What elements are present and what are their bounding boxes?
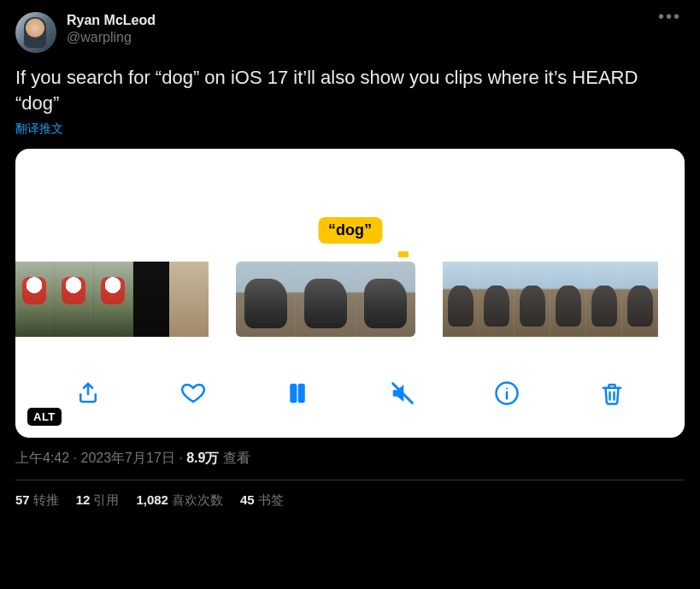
video-filmstrip[interactable] [15,262,685,337]
clip-group[interactable] [443,262,658,337]
clip-frame [94,262,133,337]
heart-icon [180,380,206,406]
clip-frame [479,262,515,337]
clip-gap [415,262,443,337]
tweet-time: 上午4:42 [15,451,69,465]
retweets-stat[interactable]: 57转推 [15,492,59,509]
avatar[interactable] [15,12,56,53]
pause-button[interactable] [282,378,313,409]
clip-frame [622,262,658,337]
pause-icon [285,380,310,406]
user-block[interactable]: Ryan McLeod @warpling [67,12,655,46]
info-button[interactable] [491,378,522,409]
display-name: Ryan McLeod [67,12,655,29]
share-icon [75,380,101,406]
svg-rect-1 [299,385,304,402]
mute-icon [390,380,415,406]
tweet-text: If you search for “dog” on iOS 17 it’ll … [15,65,685,116]
share-button[interactable] [73,378,103,409]
clip-gap [209,262,236,337]
quotes-stat[interactable]: 12引用 [76,492,120,509]
clip-frame [443,262,479,337]
likes-stat[interactable]: 1,082喜欢次数 [136,492,223,509]
media-attachment[interactable]: “dog” [15,149,685,438]
user-handle: @warpling [67,29,655,46]
mute-button[interactable] [387,378,418,409]
translate-link[interactable]: 翻译推文 [15,121,63,137]
clip-frame [169,262,209,337]
views-label: 查看 [219,451,250,465]
clip-frame [55,262,94,337]
tweet-stats: 57转推 12引用 1,082喜欢次数 45书签 [15,480,685,509]
search-term-badge: “dog” [318,217,382,244]
bookmarks-stat[interactable]: 45书签 [240,492,284,509]
clip-frame [550,262,586,337]
more-options-button[interactable]: ••• [655,12,685,29]
clip-frame [356,262,415,337]
clip-frame [296,262,356,337]
svg-point-4 [506,387,508,389]
clip-frame [515,262,550,337]
tweet-container: Ryan McLeod @warpling ••• If you search … [0,0,700,519]
clip-group-active[interactable] [236,262,415,337]
clip-frame [133,262,169,337]
clip-frame [15,262,55,337]
views-count: 8.9万 [186,451,219,465]
info-icon [494,380,520,406]
alt-badge[interactable]: ALT [27,408,62,426]
clip-group[interactable] [15,262,209,337]
clip-frame [586,262,622,337]
tweet-header: Ryan McLeod @warpling ••• [15,12,685,53]
svg-rect-0 [291,385,297,402]
tweet-meta[interactable]: 上午4:42 · 2023年7月17日 · 8.9万 查看 [15,450,685,468]
trash-icon [599,380,625,406]
like-button[interactable] [178,378,209,409]
tweet-date: 2023年7月17日 [80,451,174,465]
search-marker [398,251,409,257]
clip-frame [236,262,296,337]
media-toolbar [15,369,685,417]
delete-button[interactable] [597,378,627,409]
